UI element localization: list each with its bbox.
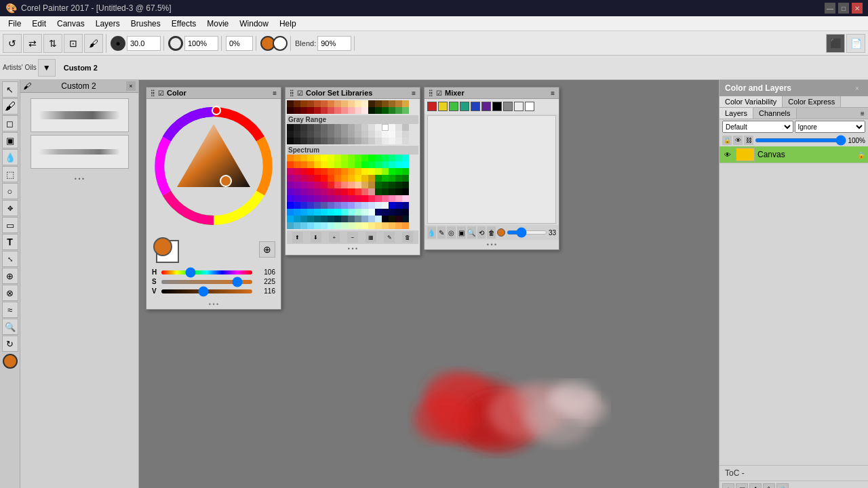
lasso-tool[interactable]: ○: [2, 183, 18, 199]
mixer-color-green[interactable]: [449, 102, 458, 111]
cs-swatch[interactable]: [375, 155, 382, 161]
cs-swatch[interactable]: [328, 131, 334, 138]
layers-opacity-slider[interactable]: [755, 138, 846, 142]
cs-swatch[interactable]: [382, 202, 389, 209]
cs-swatch[interactable]: [361, 209, 368, 216]
menu-layers[interactable]: Layers: [90, 18, 125, 30]
cs-swatch[interactable]: [314, 216, 321, 222]
tab-layers[interactable]: Layers: [719, 108, 753, 119]
cs-swatch[interactable]: [328, 124, 334, 131]
brush-tool[interactable]: 🖌: [84, 34, 103, 53]
warp-tool[interactable]: ⤡: [2, 251, 18, 267]
cs-swatch[interactable]: [395, 222, 402, 229]
colorset-menu-icon[interactable]: ≡: [412, 89, 416, 97]
cs-swatch[interactable]: [307, 175, 314, 182]
cs-swatch[interactable]: [389, 100, 395, 107]
cs-swatch[interactable]: [361, 168, 368, 175]
cs-swatch[interactable]: [389, 138, 395, 144]
fill-tool[interactable]: ▣: [2, 132, 18, 148]
cs-swatch[interactable]: [402, 202, 409, 209]
cs-swatch[interactable]: [294, 107, 300, 114]
cs-swatch[interactable]: [375, 168, 382, 175]
cs-swatch[interactable]: [341, 195, 348, 202]
cs-swatch[interactable]: [368, 107, 375, 114]
cs-swatch[interactable]: [375, 131, 382, 138]
rotate-tool[interactable]: ↺: [3, 34, 22, 53]
cs-swatch[interactable]: [294, 209, 300, 216]
cs-swatch[interactable]: [382, 124, 389, 131]
text-tool[interactable]: T: [2, 234, 18, 250]
cs-swatch[interactable]: [341, 131, 348, 138]
cs-swatch[interactable]: [294, 222, 300, 229]
canvas-area[interactable]: ⣿ ☑ Color ≡: [139, 80, 719, 488]
cs-swatch[interactable]: [307, 155, 314, 161]
cs-swatch[interactable]: [314, 168, 321, 175]
cs-swatch[interactable]: [375, 188, 382, 195]
cs-swatch[interactable]: [334, 195, 341, 202]
cs-swatch[interactable]: [382, 182, 389, 188]
colorset-panel-header[interactable]: ⣿ ☑ Color Set Libraries ≡: [285, 87, 420, 99]
cs-swatch[interactable]: [355, 155, 361, 161]
cs-swatch[interactable]: [368, 182, 375, 188]
cs-swatch[interactable]: [300, 124, 307, 131]
brush-size-input[interactable]: [127, 36, 161, 51]
cs-swatch[interactable]: [300, 168, 307, 175]
cs-swatch[interactable]: [389, 222, 395, 229]
cs-swatch[interactable]: [321, 182, 328, 188]
cs-swatch[interactable]: [321, 131, 328, 138]
cs-swatch[interactable]: [348, 168, 355, 175]
cs-swatch[interactable]: [348, 100, 355, 107]
cs-swatch[interactable]: [307, 202, 314, 209]
dropper-tool[interactable]: 💧: [2, 149, 18, 165]
cs-swatch[interactable]: [321, 175, 328, 182]
layers-lock-all-btn[interactable]: 🔒: [776, 483, 789, 488]
cs-swatch[interactable]: [321, 155, 328, 161]
cs-swatch[interactable]: [402, 195, 409, 202]
cs-swatch[interactable]: [287, 168, 294, 175]
maximize-button[interactable]: □: [838, 3, 849, 14]
cs-swatch[interactable]: [321, 107, 328, 114]
cs-swatch[interactable]: [355, 216, 361, 222]
cs-swatch[interactable]: [368, 209, 375, 216]
cs-swatch[interactable]: [348, 216, 355, 222]
foreground-indicator[interactable]: [3, 354, 18, 369]
cs-swatch[interactable]: [294, 138, 300, 144]
cs-swatch[interactable]: [328, 202, 334, 209]
flip-v-tool[interactable]: ⇅: [43, 34, 62, 53]
mixer-amount-slider[interactable]: [507, 230, 547, 235]
cs-swatch[interactable]: [307, 168, 314, 175]
cs-swatch[interactable]: [321, 188, 328, 195]
cs-swatch[interactable]: [294, 182, 300, 188]
cs-swatch[interactable]: [382, 209, 389, 216]
brush-category-btn[interactable]: ▼: [38, 59, 56, 77]
cs-swatch[interactable]: [294, 131, 300, 138]
cs-swatch[interactable]: [361, 124, 368, 131]
cs-swatch[interactable]: [321, 100, 328, 107]
cs-swatch[interactable]: [287, 202, 294, 209]
cs-swatch[interactable]: [355, 209, 361, 216]
layers-merge-btn[interactable]: ⬇: [749, 483, 762, 488]
cs-swatch[interactable]: [307, 138, 314, 144]
cs-swatch[interactable]: [307, 216, 314, 222]
cs-swatch[interactable]: [355, 182, 361, 188]
mixer-color-teal[interactable]: [460, 102, 469, 111]
cs-swatch[interactable]: [334, 138, 341, 144]
cs-swatch[interactable]: [300, 195, 307, 202]
cs-swatch[interactable]: [395, 138, 402, 144]
cs-swatch[interactable]: [334, 216, 341, 222]
menu-effects[interactable]: Effects: [166, 18, 201, 30]
cs-swatch[interactable]: [287, 131, 294, 138]
cs-swatch[interactable]: [361, 182, 368, 188]
cs-swatch[interactable]: [348, 202, 355, 209]
cs-swatch[interactable]: [402, 155, 409, 161]
cs-swatch[interactable]: [341, 138, 348, 144]
cs-swatch[interactable]: [300, 182, 307, 188]
cs-swatch[interactable]: [307, 209, 314, 216]
layers-trash-btn[interactable]: 🗑: [763, 483, 775, 488]
cs-swatch[interactable]: [334, 161, 341, 168]
cs-swatch[interactable]: [355, 100, 361, 107]
cs-swatch[interactable]: [402, 100, 409, 107]
cs-swatch[interactable]: [307, 107, 314, 114]
cs-swatch[interactable]: [361, 107, 368, 114]
brush-tool-left[interactable]: 🖌: [2, 98, 18, 115]
